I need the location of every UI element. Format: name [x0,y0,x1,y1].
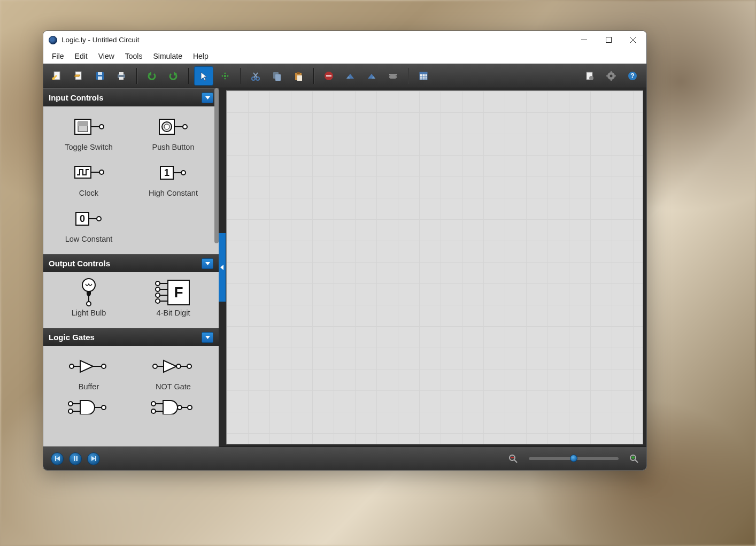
titlebar: Logic.ly - Untitled Circuit [43,31,646,49]
component-low-constant[interactable]: 0 Low Constant [47,206,131,243]
section-body-output-controls: Light Bulb F 4-Bit Digit [43,272,219,328]
component-sidebar: Input Controls Toggle Switch Push Button [43,88,219,447]
sidebar-collapse-handle[interactable] [218,233,226,302]
component-push-button[interactable]: Push Button [131,114,215,151]
svg-rect-29 [297,72,300,74]
menu-view[interactable]: View [93,50,120,63]
svg-line-128 [514,460,517,463]
section-collapse-button[interactable] [202,93,213,103]
component-label: NOT Gate [156,382,191,391]
component-clock[interactable]: Clock [47,160,131,197]
menu-help[interactable]: Help [188,50,214,63]
gear-icon [606,71,616,81]
svg-rect-30 [297,75,302,81]
sim-pause-button[interactable] [69,452,82,465]
svg-point-113 [151,402,156,406]
component-light-bulb[interactable]: Light Bulb [47,280,131,317]
document-settings-button[interactable] [580,66,599,86]
create-ic-button[interactable] [383,66,403,86]
component-nand-gate[interactable] [131,399,215,414]
save-file-button[interactable] [90,66,110,86]
menubar: File Edit View Tools Simulate Help [43,49,646,64]
close-button[interactable] [621,32,645,49]
truth-table-button[interactable] [414,66,433,86]
component-buffer[interactable]: Buffer [47,353,131,391]
svg-rect-38 [389,74,390,75]
sidebar-scrollbar[interactable] [214,88,219,243]
menu-simulate[interactable]: Simulate [148,50,187,63]
maximize-button[interactable] [596,32,621,49]
zoom-in-button[interactable] [629,454,639,464]
svg-point-112 [102,405,106,410]
svg-rect-40 [396,74,397,75]
svg-point-104 [176,364,181,368]
menu-file[interactable]: File [47,50,70,63]
pause-icon [73,456,78,461]
section-collapse-button[interactable] [202,332,213,343]
component-high-constant[interactable]: 1 High Constant [131,160,215,197]
new-file-button[interactable] [48,66,67,86]
zoom-slider[interactable] [529,457,619,460]
app-icon [49,36,57,44]
open-file-button[interactable] [69,66,88,86]
component-label: Buffer [79,382,99,391]
workspace: Input Controls Toggle Switch Push Button [43,88,646,447]
svg-point-90 [156,287,160,291]
rotate-right-button[interactable] [362,66,381,86]
section-header-logic-gates[interactable]: Logic Gates [43,328,219,346]
chevron-left-icon [220,265,223,270]
help-button[interactable]: ? [623,66,642,86]
svg-marker-125 [91,456,95,461]
svg-rect-124 [76,456,78,461]
svg-rect-39 [389,76,390,78]
section-collapse-button[interactable] [202,258,213,269]
component-and-gate[interactable] [47,399,131,414]
component-label: Push Button [152,143,195,151]
pointer-tool-button[interactable] [194,66,213,86]
svg-text:1: 1 [164,167,169,178]
preferences-button[interactable] [601,66,621,86]
svg-rect-10 [98,76,102,80]
rotate-left-button[interactable] [341,66,360,86]
pan-tool-button[interactable] [215,66,235,86]
section-header-input-controls[interactable]: Input Controls [43,88,219,106]
svg-rect-37 [390,74,396,79]
chevron-down-icon [205,262,210,265]
section-header-output-controls[interactable]: Output Controls [43,254,219,272]
copy-button[interactable] [267,66,287,86]
redo-button[interactable] [164,66,183,86]
svg-point-107 [68,402,73,406]
sim-restart-button[interactable] [51,452,64,465]
zoom-slider-thumb[interactable] [570,455,577,462]
zoom-out-button[interactable] [508,454,518,464]
print-icon [116,71,127,81]
minimize-button[interactable] [572,32,596,49]
buffer-icon [67,353,110,379]
section-title: Input Controls [49,93,202,102]
circuit-canvas[interactable] [226,90,643,444]
component-not-gate[interactable]: NOT Gate [131,353,215,391]
sim-step-button[interactable] [87,452,100,465]
svg-rect-123 [74,456,75,461]
delete-icon [324,71,334,81]
toolbar-separator [240,68,241,84]
menu-tools[interactable]: Tools [120,50,148,63]
svg-point-94 [156,299,160,303]
svg-point-79 [97,217,101,221]
svg-point-119 [188,405,192,410]
cut-button[interactable] [246,66,265,86]
toggle-switch-icon [72,114,106,140]
svg-rect-82 [87,291,91,294]
svg-marker-58 [205,96,210,99]
svg-rect-52 [611,71,612,73]
paste-button[interactable] [289,66,308,86]
delete-button[interactable] [319,66,338,86]
skip-forward-icon [91,456,96,461]
menu-edit[interactable]: Edit [70,50,93,63]
paste-icon [294,71,303,81]
undo-button[interactable] [142,66,161,86]
print-button[interactable] [112,66,131,86]
component-4bit-digit[interactable]: F 4-Bit Digit [131,280,215,317]
svg-marker-16 [201,72,207,81]
component-toggle-switch[interactable]: Toggle Switch [47,114,131,151]
